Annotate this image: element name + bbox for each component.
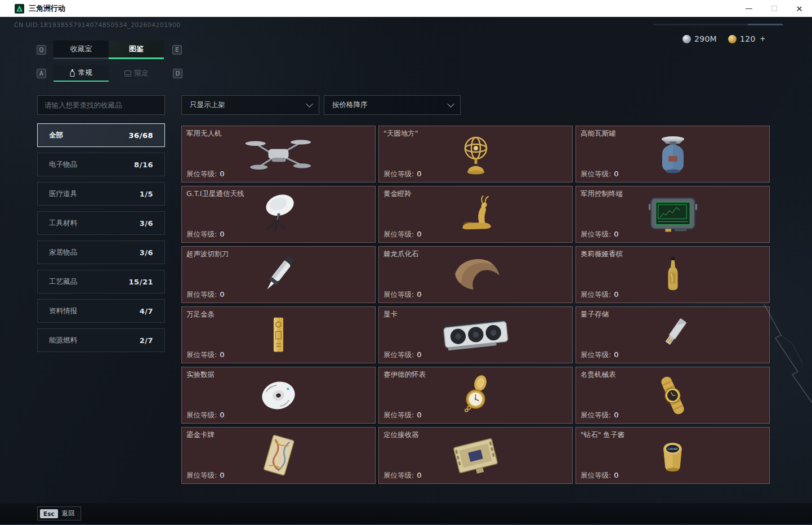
item-level-value: 0 — [614, 230, 618, 238]
item-card-12[interactable]: 实验数据展位等级:0 — [181, 367, 376, 424]
item-card-17[interactable]: CAVIAR"钻石" 鱼子酱展位等级:0 — [575, 427, 770, 484]
item-level-value: 0 — [220, 170, 224, 178]
sidebar-item-label: 电子物品 — [49, 160, 77, 170]
back-button[interactable]: Esc 返回 — [37, 506, 81, 520]
app-window: 三角洲行动 ✕ CN UID:181938557914074850534_202… — [0, 0, 812, 525]
sidebar-item-0[interactable]: 全部36/68 — [37, 123, 165, 147]
item-name: 实验数据 — [186, 370, 215, 380]
tab-catalog[interactable]: 图鉴 — [109, 41, 164, 59]
sidebar-item-6[interactable]: 资料情报4/7 — [37, 299, 165, 323]
item-level-value: 0 — [220, 290, 224, 299]
item-level-label: 展位等级: — [581, 230, 611, 238]
sidebar-item-label: 能源燃料 — [49, 336, 77, 345]
add-currency-button[interactable]: + — [759, 34, 766, 44]
item-level-row: 展位等级:0 — [383, 350, 422, 360]
window-controls: ✕ — [736, 0, 812, 17]
subtab-regular[interactable]: 常规 — [53, 65, 109, 82]
filter-dropdown-listed[interactable]: 只显示上架 — [181, 95, 319, 115]
sidebar-item-2[interactable]: 医疗道具1/5 — [37, 182, 165, 206]
item-level-label: 展位等级: — [186, 290, 217, 299]
sidebar-item-4[interactable]: 家居物品3/6 — [37, 241, 165, 264]
item-name: 名贵机械表 — [581, 370, 616, 380]
item-card-5[interactable]: 军用控制终端展位等级:0 — [575, 186, 770, 243]
close-icon: ✕ — [796, 5, 803, 13]
flask-icon — [70, 69, 75, 77]
item-card-4[interactable]: 黄金瞪羚展位等级:0 — [378, 186, 573, 243]
footer-bar — [0, 503, 812, 524]
item-level-label: 展位等级: — [383, 230, 414, 238]
item-level-row: 展位等级:0 — [383, 411, 422, 420]
item-card-14[interactable]: 名贵机械表展位等级:0 — [575, 367, 770, 424]
item-level-label: 展位等级: — [581, 471, 611, 479]
item-grid: 军用无人机展位等级:0"天圆地方"展位等级:0高能瓦斯罐展位等级:0G.T.I卫… — [181, 126, 770, 484]
item-card-15[interactable]: 鎏金卡牌展位等级:0 — [181, 427, 376, 484]
sidebar-item-label: 工艺藏品 — [49, 277, 77, 287]
minimize-icon — [746, 8, 752, 9]
item-card-6[interactable]: 超声波切割刀展位等级:0 — [181, 246, 376, 303]
item-card-3[interactable]: G.T.I卫星通信天线展位等级:0 — [181, 186, 376, 243]
item-card-0[interactable]: 军用无人机展位等级:0 — [181, 126, 376, 183]
currency-row: 290M 120 + — [682, 34, 766, 44]
close-button[interactable]: ✕ — [787, 0, 812, 17]
silver-currency: 290M — [682, 34, 717, 43]
item-card-1[interactable]: "天圆地方"展位等级:0 — [378, 126, 573, 183]
item-card-16[interactable]: 定位接收器展位等级:0 — [378, 427, 573, 484]
item-level-value: 0 — [614, 290, 618, 299]
maximize-icon — [771, 6, 777, 11]
sidebar-item-label: 全部 — [49, 131, 63, 140]
item-card-7[interactable]: 棘龙爪化石展位等级:0 — [378, 246, 573, 303]
item-level-value: 0 — [417, 290, 421, 299]
item-level-row: 展位等级:0 — [186, 290, 225, 300]
item-level-label: 展位等级: — [383, 170, 414, 178]
sort-dropdown-price[interactable]: 按价格降序 — [324, 95, 461, 115]
item-name: 棘龙爪化石 — [383, 250, 419, 259]
item-card-9[interactable]: 万足金条展位等级:0 — [181, 306, 376, 363]
sidebar-item-7[interactable]: 能源燃料2/7 — [37, 328, 165, 352]
category-sidebar: 全部36/68电子物品8/16医疗道具1/5工具材料3/6家居物品3/6工艺藏品… — [37, 123, 165, 352]
app-logo-icon — [15, 4, 24, 14]
key-hint-q: Q — [37, 45, 46, 55]
item-level-label: 展位等级: — [383, 411, 414, 419]
item-level-row: 展位等级:0 — [383, 170, 422, 179]
minimize-button[interactable] — [736, 0, 761, 17]
item-level-label: 展位等级: — [383, 290, 414, 299]
sidebar-item-count: 1/5 — [140, 190, 153, 198]
subtab-regular-label: 常规 — [78, 68, 92, 78]
item-name: 军用无人机 — [186, 129, 222, 139]
item-level-value: 0 — [220, 471, 224, 479]
chevron-down-icon — [447, 100, 454, 108]
item-level-row: 展位等级:0 — [186, 170, 225, 179]
item-level-value: 0 — [220, 230, 224, 238]
item-card-2[interactable]: 高能瓦斯罐展位等级:0 — [575, 126, 770, 183]
item-level-value: 0 — [614, 350, 618, 359]
maximize-button[interactable] — [761, 0, 787, 17]
tab-collection-room[interactable]: 收藏室 — [53, 41, 109, 59]
sidebar-item-1[interactable]: 电子物品8/16 — [37, 153, 165, 176]
item-card-8[interactable]: 奥莉薇娅香槟展位等级:0 — [575, 246, 770, 303]
item-level-row: 展位等级:0 — [581, 411, 619, 420]
item-level-label: 展位等级: — [186, 350, 217, 359]
item-name: 赛伊德的怀表 — [383, 370, 426, 380]
sidebar-item-count: 2/7 — [140, 336, 153, 345]
main-tabs: 收藏室 图鉴 — [53, 41, 164, 59]
item-level-label: 展位等级: — [581, 350, 611, 359]
item-level-row: 展位等级:0 — [186, 230, 225, 239]
key-hint-d: D — [173, 69, 182, 78]
item-name: "天圆地方" — [383, 129, 418, 139]
sidebar-item-count: 3/6 — [140, 248, 153, 257]
item-level-value: 0 — [417, 230, 421, 238]
item-card-10[interactable]: 显卡展位等级:0 — [378, 306, 573, 363]
search-input[interactable] — [37, 95, 165, 115]
sidebar-item-5[interactable]: 工艺藏品15/21 — [37, 270, 165, 293]
item-level-value: 0 — [417, 471, 421, 479]
sidebar-item-label: 工具材料 — [49, 219, 77, 228]
item-level-value: 0 — [614, 471, 618, 479]
item-level-value: 0 — [417, 170, 421, 178]
subtab-limited[interactable]: 限定 — [109, 65, 164, 82]
item-level-label: 展位等级: — [186, 411, 217, 419]
item-card-11[interactable]: 量子存储展位等级:0 — [575, 306, 770, 363]
item-name: "钻石" 鱼子酱 — [581, 430, 624, 440]
decor-progress-bar — [653, 24, 783, 25]
item-card-13[interactable]: 赛伊德的怀表展位等级:0 — [378, 367, 573, 424]
sidebar-item-3[interactable]: 工具材料3/6 — [37, 211, 165, 235]
